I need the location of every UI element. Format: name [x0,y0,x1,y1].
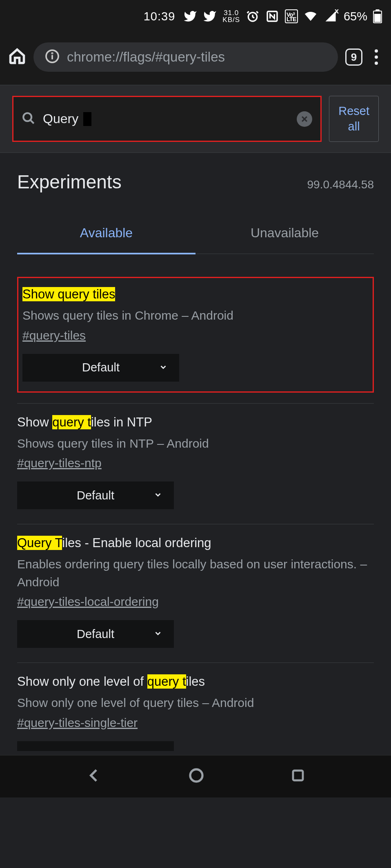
tab-unavailable[interactable]: Unavailable [196,225,374,254]
page-header: Experiments 99.0.4844.58 [0,153,391,197]
flag-entry: Show query tiles Shows query tiles in Ch… [17,277,374,393]
browser-toolbar: chrome://flags/#query-tiles 9 [0,33,391,85]
flag-entry: Show query tiles in NTP Shows query tile… [17,403,374,524]
flag-title: Query Tiles - Enable local ordering [17,536,374,550]
flag-anchor-link[interactable]: #query-tiles [22,329,86,342]
svg-rect-10 [293,771,303,780]
info-icon [45,49,60,65]
tab-switcher-button[interactable]: 9 [345,49,362,66]
overflow-menu-button[interactable] [370,49,383,65]
svg-line-6 [30,120,34,124]
flags-list: Show query tiles Shows query tiles in Ch… [0,277,391,755]
flag-title: Show query tiles in NTP [17,415,374,430]
flag-description: Shows query tiles in Chrome – Android [22,307,369,325]
text-cursor [83,112,91,126]
system-nav-bar [0,755,391,797]
tab-available[interactable]: Available [17,225,196,254]
flag-select[interactable]: Default [22,354,179,382]
flag-anchor-link[interactable]: #query-tiles-ntp [17,456,102,470]
flag-select[interactable]: Default [17,481,174,509]
reset-all-button[interactable]: Reset all [329,96,379,142]
nav-home-button[interactable] [188,767,204,785]
volte-icon: Vo))LTE [285,9,298,24]
clear-search-button[interactable] [297,111,312,127]
chevron-down-icon [153,627,162,641]
net-speed: 31.0 KB/S [222,9,240,23]
svg-point-5 [23,113,31,121]
svg-point-9 [190,769,202,782]
flag-title: Show query tiles [22,287,369,302]
twitter-icon [183,9,197,23]
flags-search-input[interactable]: Query [12,96,322,142]
nav-recents-button[interactable] [291,768,305,784]
wifi-icon [304,9,318,23]
battery-pct: 65% [344,10,367,23]
flag-entry: Show only one level of query tiles Show … [17,663,374,755]
flag-description: Enables ordering query tiles locally bas… [17,555,374,591]
flags-search-row: Query Reset all [0,85,391,153]
chrome-version: 99.0.4844.58 [307,178,374,191]
url-bar[interactable]: chrome://flags/#query-tiles [33,42,338,72]
clock: 10:39 [144,10,176,23]
nfc-icon [265,9,279,23]
nav-back-button[interactable] [86,767,102,785]
tab-bar: Available Unavailable [17,225,374,254]
flag-entry: Query Tiles - Enable local ordering Enab… [17,524,374,663]
chevron-down-icon [159,361,168,374]
signal-icon: x [323,10,338,22]
alarm-icon [246,9,260,23]
battery-icon [373,9,382,23]
twitter-icon [203,9,217,23]
flag-anchor-link[interactable]: #query-tiles-local-ordering [17,595,159,609]
search-icon [22,111,36,127]
flag-select[interactable]: Default [17,620,174,648]
search-value: Query [43,111,78,126]
chevron-down-icon [153,489,162,502]
flag-title: Show only one level of query tiles [17,674,374,689]
status-bar: 10:39 31.0 KB/S Vo))LTE x 65% [0,0,391,33]
flag-description: Show only one level of query tiles – And… [17,694,374,712]
url-text: chrome://flags/#query-tiles [67,49,225,65]
flag-select[interactable] [17,741,174,751]
flag-description: Shows query tiles in NTP – Android [17,435,374,453]
svg-point-4 [52,53,53,54]
flag-anchor-link[interactable]: #query-tiles-single-tier [17,716,138,730]
home-button[interactable] [8,47,26,67]
page-title: Experiments [17,171,122,193]
